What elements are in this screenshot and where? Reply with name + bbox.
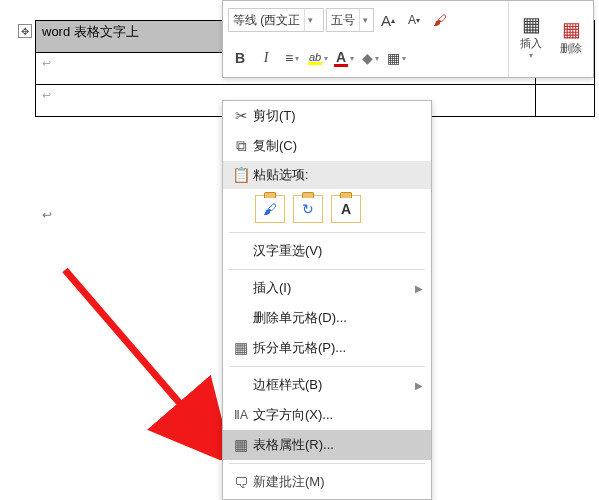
cell-text: word 表格文字上	[42, 24, 139, 39]
paste-options-row: 🖌 ↻ A	[223, 189, 431, 229]
paste-keep-source[interactable]: 🖌	[255, 195, 285, 223]
format-painter-button[interactable]: 🖌	[428, 8, 452, 32]
menu-cut[interactable]: ✂ 剪切(T)	[223, 101, 431, 131]
menu-paste-options-header: 📋 粘贴选项:	[223, 161, 431, 189]
copy-icon: ⧉	[229, 137, 253, 155]
font-color-button[interactable]: A	[332, 46, 356, 70]
annotation-arrow	[60, 260, 240, 460]
menu-split-cells[interactable]: ▦ 拆分单元格(P)...	[223, 333, 431, 363]
menu-table-properties[interactable]: ▦ 表格属性(R)...	[223, 430, 431, 460]
table-move-handle[interactable]: ✥	[18, 24, 32, 38]
mini-toolbar: 等线 (西文正 ▾ 五号 ▾ A▴ A▾ 🖌 B I ≡ ab	[222, 0, 594, 78]
menu-separator	[229, 366, 425, 367]
comment-icon: 🗨	[229, 474, 253, 491]
font-name-combo[interactable]: 等线 (西文正 ▾	[228, 8, 324, 32]
menu-copy[interactable]: ⧉ 复制(C)	[223, 131, 431, 161]
split-cells-icon: ▦	[229, 339, 253, 357]
menu-reconvert[interactable]: 汉字重选(V)	[223, 236, 431, 266]
bold-button[interactable]: B	[228, 46, 252, 70]
table-cell[interactable]	[535, 85, 594, 117]
borders-button[interactable]: ▦	[384, 46, 408, 70]
menu-border-style[interactable]: 边框样式(B) ▶	[223, 370, 431, 400]
font-color-icon: A	[336, 49, 346, 65]
grow-font-button[interactable]: A▴	[376, 8, 400, 32]
menu-separator	[229, 463, 425, 464]
highlight-button[interactable]: ab	[306, 46, 330, 70]
align-button[interactable]: ≡	[280, 46, 304, 70]
paste-text-only[interactable]: A	[331, 195, 361, 223]
paint-bucket-icon: ◆	[362, 50, 373, 66]
menu-separator	[229, 232, 425, 233]
shading-button[interactable]: ◆	[358, 46, 382, 70]
table-properties-icon: ▦	[229, 436, 253, 454]
text-direction-icon: ⅡA	[229, 408, 253, 422]
brush-icon: 🖌	[433, 12, 447, 28]
delete-label: 删除	[560, 41, 582, 56]
paragraph-mark: ↩	[42, 208, 52, 223]
insert-label: 插入	[520, 36, 542, 51]
chevron-down-icon[interactable]: ▾	[304, 9, 316, 31]
delete-icon: ▦	[562, 17, 581, 41]
submenu-arrow-icon: ▶	[415, 380, 423, 391]
submenu-arrow-icon: ▶	[415, 283, 423, 294]
chevron-down-icon[interactable]: ▾	[359, 9, 371, 31]
menu-new-comment[interactable]: 🗨 新建批注(M)	[223, 467, 431, 497]
font-size: 五号	[327, 12, 359, 29]
borders-icon: ▦	[387, 50, 400, 66]
font-size-combo[interactable]: 五号 ▾	[326, 8, 374, 32]
delete-table-button[interactable]: ▦ 删除	[551, 5, 591, 67]
svg-line-0	[65, 270, 220, 450]
insert-icon: ▦	[522, 12, 541, 36]
align-icon: ≡	[285, 50, 293, 66]
italic-button[interactable]: I	[254, 46, 278, 70]
menu-insert[interactable]: 插入(I) ▶	[223, 273, 431, 303]
insert-table-button[interactable]: ▦ 插入 ▾	[511, 5, 551, 67]
menu-text-direction[interactable]: ⅡA 文字方向(X)...	[223, 400, 431, 430]
paste-merge-formatting[interactable]: ↻	[293, 195, 323, 223]
scissors-icon: ✂	[229, 107, 253, 125]
context-menu: ✂ 剪切(T) ⧉ 复制(C) 📋 粘贴选项: 🖌 ↻ A 汉字重选(V) 插入…	[222, 100, 432, 500]
font-name: 等线 (西文正	[229, 12, 304, 29]
menu-separator	[229, 269, 425, 270]
shrink-font-button[interactable]: A▾	[402, 8, 426, 32]
menu-delete-cells[interactable]: 删除单元格(D)...	[223, 303, 431, 333]
clipboard-icon: 📋	[229, 166, 253, 184]
